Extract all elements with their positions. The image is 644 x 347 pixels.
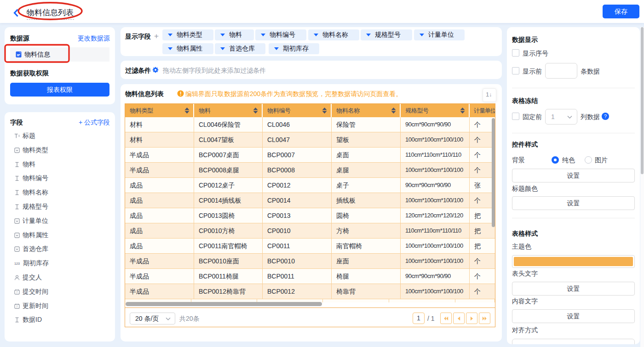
svg-text:7: 7 xyxy=(16,291,17,294)
svg-text:7: 7 xyxy=(16,305,17,308)
svg-text:?: ? xyxy=(604,114,607,119)
svg-text:123: 123 xyxy=(14,262,20,266)
